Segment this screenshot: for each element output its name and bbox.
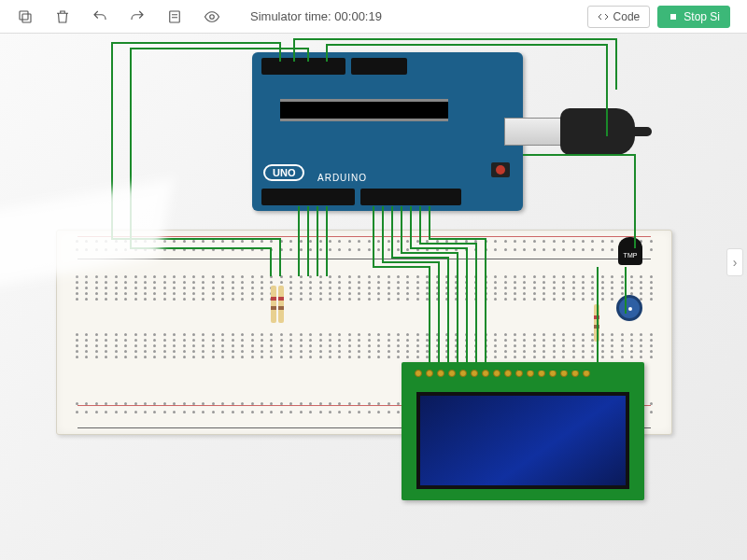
resistor-1[interactable] xyxy=(271,286,276,323)
code-button[interactable]: Code xyxy=(587,6,651,28)
trash-icon[interactable] xyxy=(54,8,71,25)
potentiometer[interactable] xyxy=(616,295,642,321)
svg-point-3 xyxy=(210,14,215,19)
tmp-label: TMP xyxy=(624,252,638,259)
rail-red-top xyxy=(78,236,651,237)
notes-icon[interactable] xyxy=(166,8,183,25)
arduino-brand: ARDUINO xyxy=(317,173,367,183)
reset-button[interactable] xyxy=(491,162,510,177)
redo-icon[interactable] xyxy=(129,8,146,25)
resistor-2[interactable] xyxy=(278,286,284,323)
tmp36-sensor[interactable]: TMP xyxy=(618,237,642,265)
simulator-time: Simulator time: 00:00:19 xyxy=(250,9,382,23)
svg-rect-1 xyxy=(20,11,28,20)
code-button-label: Code xyxy=(613,10,641,23)
usb-cable-plug xyxy=(560,108,635,155)
undo-icon[interactable] xyxy=(92,8,108,25)
simulator-time-value: 00:00:19 xyxy=(334,9,382,23)
terminal-strip-a[interactable] xyxy=(76,275,653,331)
header-analog[interactable] xyxy=(261,58,345,75)
resistor-3[interactable] xyxy=(594,304,599,342)
header-power[interactable] xyxy=(351,58,407,75)
header-digital-high[interactable] xyxy=(360,189,461,205)
simulator-time-label: Simulator time: xyxy=(250,9,331,23)
copy-icon[interactable] xyxy=(17,8,34,25)
arduino-uno[interactable]: UNO ARDUINO xyxy=(252,52,523,211)
visibility-icon[interactable] xyxy=(204,8,220,25)
svg-rect-0 xyxy=(22,14,31,22)
power-rail-top[interactable] xyxy=(76,240,653,262)
header-digital-low[interactable] xyxy=(261,189,355,205)
circuit-canvas[interactable]: UNO ARDUINO TMP xyxy=(0,34,747,560)
uno-label: UNO xyxy=(263,164,304,181)
toolbar: Simulator time: 00:00:19 Code Stop Si xyxy=(0,0,747,34)
lcd-screen xyxy=(416,392,629,489)
stop-button-label: Stop Si xyxy=(684,10,720,23)
svg-rect-4 xyxy=(670,14,676,20)
atmega-chip xyxy=(280,99,448,121)
stop-simulation-button[interactable]: Stop Si xyxy=(657,6,730,28)
svg-rect-2 xyxy=(170,11,180,22)
chevron-right-icon: › xyxy=(733,255,738,270)
toolbar-right: Code Stop Si xyxy=(587,6,730,28)
panel-expand-button[interactable]: › xyxy=(726,248,743,276)
lcd-16x2[interactable] xyxy=(402,362,644,500)
lcd-pin-row[interactable] xyxy=(415,370,590,377)
